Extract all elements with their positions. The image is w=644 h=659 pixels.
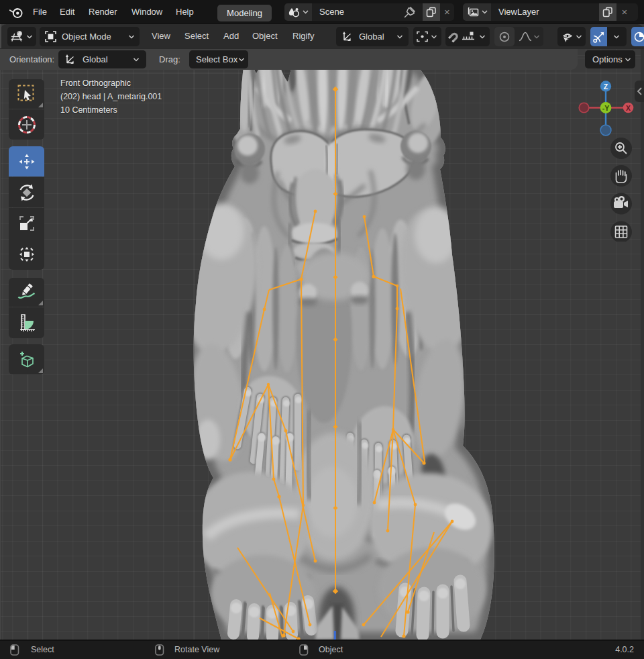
svg-text:X: X <box>626 104 631 112</box>
svg-text:-Y: -Y <box>602 104 610 112</box>
svg-text:Z: Z <box>604 83 608 91</box>
